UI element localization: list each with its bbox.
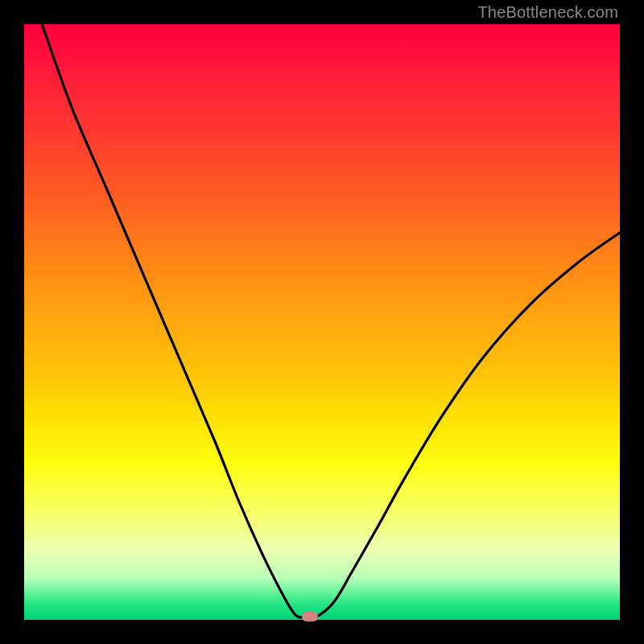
outer-frame: TheBottleneck.com [0, 0, 644, 644]
curve-minimum-marker [302, 612, 318, 621]
watermark-text: TheBottleneck.com [477, 3, 618, 22]
plot-area [24, 24, 620, 620]
bottleneck-curve [24, 24, 620, 620]
